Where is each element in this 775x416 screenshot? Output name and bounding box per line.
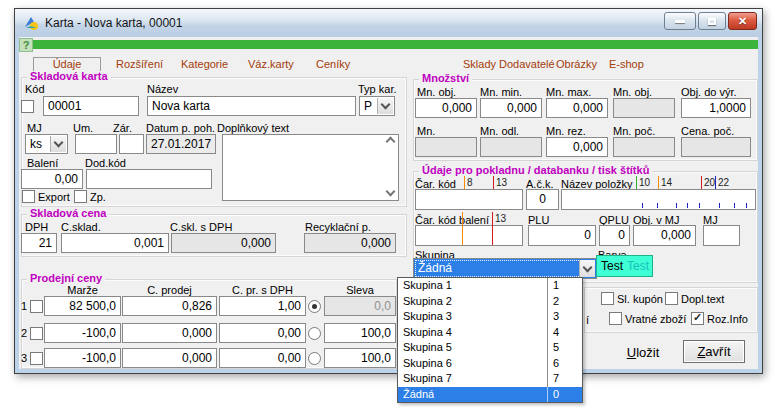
cprdph-field-1[interactable]: 1,00 bbox=[219, 296, 306, 316]
price-row2-checkbox[interactable] bbox=[30, 327, 43, 340]
mn-obj-field[interactable]: 0,000 bbox=[415, 98, 477, 118]
dropdown-item-name: Skupina 2 bbox=[398, 294, 547, 310]
chevron-down-icon[interactable] bbox=[579, 260, 595, 277]
datum-field[interactable]: 27.01.2017 bbox=[146, 134, 216, 154]
tab-sklady[interactable]: Sklady bbox=[463, 58, 496, 70]
mn-field[interactable] bbox=[415, 137, 477, 157]
tab-kategorie[interactable]: Kategorie bbox=[181, 58, 228, 70]
marze-field-1[interactable]: 82 500,0 bbox=[44, 296, 121, 316]
roz-info-checkbox[interactable] bbox=[691, 312, 704, 325]
plu-field[interactable]: 0 bbox=[528, 225, 596, 246]
dropdown-item-selected[interactable]: Žádná0 bbox=[398, 387, 582, 403]
price-row1-radio[interactable] bbox=[308, 300, 321, 313]
tab-rozsireni[interactable]: Rozšíření bbox=[116, 58, 163, 70]
doplnkovy-textarea[interactable] bbox=[222, 134, 399, 201]
group-title-skladova-cena: Skladová cena bbox=[27, 208, 109, 219]
zp-checkbox[interactable] bbox=[74, 190, 87, 203]
typ-kar-select[interactable]: P bbox=[359, 96, 395, 116]
titlebar[interactable]: Karta - Nova karta, 00001 ✕ bbox=[15, 9, 762, 37]
mj-select[interactable]: ks bbox=[25, 134, 68, 154]
kod-checkbox[interactable] bbox=[21, 100, 34, 113]
nazev-field[interactable]: Nova karta bbox=[147, 96, 356, 116]
qplu-field[interactable]: 0 bbox=[599, 225, 630, 246]
price-row3-radio[interactable] bbox=[308, 352, 321, 365]
dropdown-item[interactable]: Skupina 55 bbox=[398, 340, 582, 356]
zavrit-button[interactable]: Zavřít bbox=[683, 340, 745, 363]
kod-field[interactable]: 00001 bbox=[43, 96, 139, 116]
dopl-text-checkbox[interactable] bbox=[665, 292, 678, 305]
mn-label: Mn. bbox=[417, 125, 435, 137]
cprdph-field-2[interactable]: 0,00 bbox=[219, 323, 306, 343]
mn-max-field[interactable]: 0,000 bbox=[546, 98, 608, 118]
dropdown-item-num: 1 bbox=[547, 278, 582, 294]
zar-field[interactable] bbox=[119, 134, 144, 154]
dropdown-item[interactable]: Skupina 33 bbox=[398, 309, 582, 325]
price-row2-radio[interactable] bbox=[308, 327, 321, 340]
chevron-down-icon[interactable] bbox=[377, 98, 393, 114]
sl-kupon-checkbox[interactable] bbox=[601, 292, 614, 305]
recykl-field[interactable]: 0,000 bbox=[304, 233, 396, 253]
dodkod-field[interactable] bbox=[86, 169, 212, 189]
cprodej-field-2[interactable]: 0,000 bbox=[122, 323, 217, 343]
header-sleva: Sleva bbox=[324, 284, 396, 296]
obj-do-vyr-field[interactable]: 1,0000 bbox=[681, 98, 751, 118]
sleva-field-1[interactable]: 0,0 bbox=[324, 296, 396, 316]
tab-ceniky[interactable]: Ceníky bbox=[316, 58, 350, 70]
close-button[interactable]: ✕ bbox=[728, 12, 757, 30]
vratne-zbozi-checkbox[interactable] bbox=[609, 312, 622, 325]
dropdown-item[interactable]: Skupina 11 bbox=[398, 278, 582, 294]
chevron-down-icon[interactable] bbox=[50, 136, 66, 152]
baleni-field[interactable]: 0,00 bbox=[21, 169, 83, 189]
tab-dodavatele[interactable]: Dodavatelé bbox=[499, 58, 555, 70]
dropdown-item[interactable]: Skupina 22 bbox=[398, 294, 582, 310]
price-row3-checkbox[interactable] bbox=[30, 352, 43, 365]
help-button[interactable]: ? bbox=[19, 38, 33, 52]
scroll-down-icon[interactable] bbox=[386, 188, 395, 197]
tab-vaz-karty[interactable]: Váz.karty bbox=[248, 58, 294, 70]
scroll-up-icon[interactable] bbox=[386, 136, 395, 145]
sleva-field-3[interactable]: 100,0 bbox=[324, 348, 396, 368]
cena-poc-field[interactable] bbox=[681, 137, 751, 157]
tab-obrazky[interactable]: Obrázky bbox=[556, 58, 597, 70]
dropdown-item[interactable]: Skupina 66 bbox=[398, 356, 582, 372]
acek-field[interactable]: 0 bbox=[526, 189, 559, 210]
mj2-field[interactable] bbox=[703, 225, 740, 246]
cskl-dph-field[interactable]: 0,000 bbox=[171, 233, 276, 253]
um-field[interactable] bbox=[75, 134, 117, 154]
mn-poc-field[interactable] bbox=[613, 137, 675, 157]
group-title-pokladna: Údaje pro pokladnu / databanku / tisk št… bbox=[419, 165, 652, 176]
marker-line-blue bbox=[715, 176, 716, 189]
obj-v-mj-field[interactable]: 0,000 bbox=[633, 225, 696, 246]
dropdown-item[interactable]: Skupina 44 bbox=[398, 325, 582, 341]
marker-line-green bbox=[636, 176, 637, 189]
skupina-select[interactable]: Žádná bbox=[413, 258, 597, 279]
export-checkbox[interactable] bbox=[22, 190, 35, 203]
cprodej-field-1[interactable]: 0,826 bbox=[122, 296, 217, 316]
carkod-baleni-field[interactable] bbox=[415, 225, 523, 246]
marze-field-3[interactable]: -100,0 bbox=[44, 348, 121, 368]
carkod-field[interactable] bbox=[415, 189, 523, 210]
tab-eshop[interactable]: E-shop bbox=[609, 58, 644, 70]
barva-test-button[interactable]: TestTest bbox=[596, 255, 653, 277]
char-tick bbox=[746, 203, 747, 208]
maximize-button[interactable] bbox=[698, 12, 726, 30]
mn-max-label: Mn. max. bbox=[546, 86, 591, 98]
ulozit-button[interactable]: Uložit bbox=[615, 344, 671, 362]
dph-field[interactable]: 21 bbox=[21, 233, 57, 253]
minimize-button[interactable] bbox=[664, 12, 696, 30]
mn-obj2-field[interactable] bbox=[613, 98, 675, 118]
mn-odl-field[interactable] bbox=[480, 137, 542, 157]
nazev-polozky-field[interactable] bbox=[561, 189, 756, 210]
dropdown-item[interactable]: Skupina 77 bbox=[398, 371, 582, 387]
dropdown-item-num: 3 bbox=[547, 309, 582, 325]
mn-rez-field[interactable]: 0,000 bbox=[546, 137, 608, 157]
marze-field-2[interactable]: -100,0 bbox=[44, 323, 121, 343]
cprodej-field-3[interactable]: 0,000 bbox=[122, 348, 217, 368]
mn-min-label: Mn. min. bbox=[480, 86, 522, 98]
cprdph-field-3[interactable]: 0,00 bbox=[219, 348, 306, 368]
sleva-field-2[interactable]: 100,0 bbox=[324, 323, 396, 343]
price-row1-checkbox[interactable] bbox=[30, 300, 43, 313]
csklad-field[interactable]: 0,001 bbox=[61, 233, 169, 253]
typ-kar-label: Typ kar. bbox=[358, 83, 397, 95]
mn-min-field[interactable]: 0,000 bbox=[480, 98, 542, 118]
